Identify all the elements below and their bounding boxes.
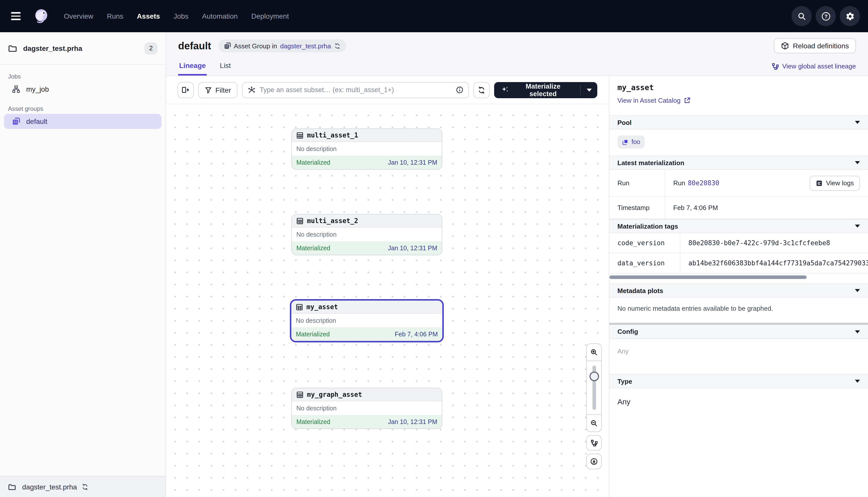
refresh-icon[interactable] [334, 43, 341, 49]
zoom-slider [587, 361, 601, 414]
asset-timestamp: Jan 10, 12:31 PM [388, 244, 437, 252]
asset-node-multi-asset-1[interactable]: multi_asset_1 No description Materialize… [291, 128, 442, 170]
repo-footer-name: dagster_test.prha [22, 483, 77, 491]
lineage-toolbar: Filter [166, 76, 609, 104]
asset-status: Materialized [296, 330, 330, 338]
recenter-graph-button[interactable] [586, 435, 602, 451]
help-button[interactable]: ? [816, 6, 836, 26]
info-icon[interactable] [456, 86, 464, 94]
asset-subset-searchbox [242, 82, 469, 98]
section-config[interactable]: Config [609, 325, 868, 339]
zoom-in-button[interactable] [587, 344, 601, 361]
repo-header[interactable]: dagster_test.prha 2 [0, 32, 165, 65]
timestamp-row: Timestamp Feb 7, 4:06 PM [609, 197, 868, 219]
section-materialization-tags[interactable]: Materialization tags [609, 219, 868, 233]
pool-tag-foo[interactable]: foo [617, 136, 645, 148]
lineage-graph-canvas[interactable]: multi_asset_1 No description Materialize… [166, 104, 609, 497]
materialization-tags-heading: Materialization tags [617, 222, 678, 230]
data-version-label: data_version [609, 253, 680, 273]
view-in-asset-catalog-link[interactable]: View in Asset Catalog [617, 97, 690, 104]
view-in-asset-catalog-label: View in Asset Catalog [617, 97, 680, 104]
materialize-dropdown-toggle[interactable] [581, 82, 597, 98]
job-icon [12, 85, 20, 93]
pool-heading: Pool [617, 118, 632, 126]
run-row: Run Run 80e20830 [609, 170, 868, 197]
sidebar-item-default-group[interactable]: default [4, 114, 162, 129]
filter-funnel-icon [205, 86, 212, 94]
folder-icon [8, 483, 16, 491]
asset-node-description: No description [292, 228, 442, 241]
section-pool[interactable]: Pool [609, 115, 868, 129]
asset-node-my-graph-asset[interactable]: my_graph_asset No description Materializ… [291, 388, 442, 429]
refresh-graph-button[interactable] [473, 82, 490, 98]
config-value: Any [609, 339, 868, 370]
asset-group-icon [12, 117, 20, 125]
nav-item-overview[interactable]: Overview [64, 12, 93, 20]
timestamp-row-value: Feb 7, 4:06 PM [665, 197, 868, 218]
run-id-link[interactable]: 80e20830 [688, 179, 719, 187]
zoom-slider-handle[interactable] [589, 372, 599, 381]
settings-button[interactable] [840, 6, 860, 26]
metadata-plots-heading: Metadata plots [617, 287, 663, 294]
panel-divider [609, 323, 868, 325]
download-icon [590, 458, 598, 465]
type-value: Any [609, 388, 868, 415]
dagster-logo [33, 8, 50, 25]
section-type[interactable]: Type [609, 374, 868, 388]
view-global-asset-lineage-link[interactable]: View global asset lineage [771, 62, 856, 75]
top-nav: Overview Runs Assets Jobs Automation Dep… [0, 0, 868, 32]
search-button[interactable] [792, 6, 812, 26]
section-metadata-plots[interactable]: Metadata plots [609, 284, 868, 298]
expand-panel-button[interactable] [178, 82, 194, 98]
asset-subset-input[interactable] [260, 86, 452, 94]
breadcrumb-repo-link[interactable]: dagster_test.prha [280, 42, 331, 49]
svg-text:?: ? [824, 13, 827, 19]
external-link-icon [683, 97, 690, 104]
reload-definitions-label: Reload definitions [793, 42, 849, 50]
chevron-down-icon [855, 225, 860, 228]
materialize-selected-button[interactable]: Materialize selected [494, 82, 597, 98]
nav-item-automation[interactable]: Automation [202, 12, 238, 20]
filter-button[interactable]: Filter [198, 82, 237, 98]
section-latest-materialization[interactable]: Latest materialization [609, 156, 868, 170]
asset-node-name: my_graph_asset [307, 391, 362, 398]
nav-item-assets[interactable]: Assets [137, 12, 160, 20]
asset-groups-section-label: Asset groups [0, 104, 165, 114]
zoom-control [586, 343, 602, 432]
asset-table-icon [296, 217, 304, 224]
asset-status: Materialized [296, 244, 330, 252]
lineage-graph-icon [771, 63, 779, 70]
metadata-plots-empty-text: No numeric metadata entries available to… [609, 298, 868, 323]
asset-node-name: my_asset [306, 303, 338, 311]
repo-count-badge: 2 [144, 42, 158, 54]
lineage-view: Filter [166, 76, 609, 497]
hamburger-menu-button[interactable] [11, 9, 26, 24]
nav-item-deployment[interactable]: Deployment [251, 12, 289, 20]
asset-group-name: default [26, 117, 47, 125]
sidebar-item-my-job[interactable]: my_job [4, 82, 162, 97]
expand-panel-icon [181, 86, 190, 94]
nav-item-jobs[interactable]: Jobs [174, 12, 189, 20]
horizontal-scrollbar[interactable] [609, 275, 807, 279]
zoom-out-button[interactable] [587, 414, 601, 431]
sparkle-icon [501, 86, 509, 94]
filter-label: Filter [215, 86, 231, 94]
asset-node-my-asset[interactable]: my_asset No description Materialized Feb… [290, 299, 444, 342]
asset-status: Materialized [296, 159, 330, 166]
jobs-section-label: Jobs [0, 71, 165, 82]
config-heading: Config [617, 328, 638, 335]
download-image-button[interactable] [586, 454, 602, 469]
chevron-down-icon [855, 289, 860, 292]
nav-item-runs[interactable]: Runs [107, 12, 123, 20]
asset-selection-icon [248, 86, 255, 94]
view-logs-button[interactable]: View logs [809, 175, 860, 190]
asset-status: Materialized [296, 418, 330, 425]
tab-lineage[interactable]: Lineage [178, 61, 207, 75]
asset-node-multi-asset-2[interactable]: multi_asset_2 No description Materialize… [291, 214, 442, 255]
data-version-row: data_version ab14be32f606383bbf4a144cf77… [609, 253, 868, 273]
refresh-icon[interactable] [82, 483, 89, 490]
chevron-down-icon [855, 380, 860, 383]
tab-list[interactable]: List [219, 61, 232, 75]
view-global-asset-lineage-label: View global asset lineage [782, 62, 856, 70]
reload-definitions-button[interactable]: Reload definitions [774, 38, 856, 53]
